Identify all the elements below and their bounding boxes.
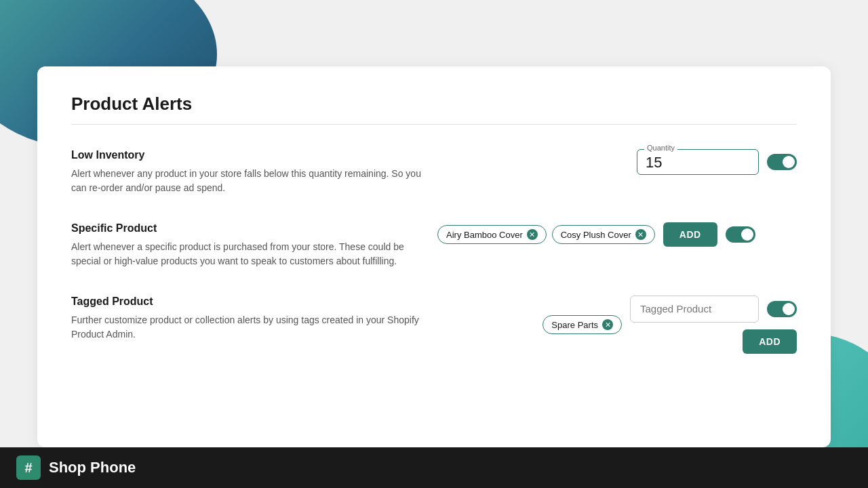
tag-chip-spare-parts: Spare Parts ✕ [542,315,622,334]
specific-product-section: Specific Product Alert whenever a specif… [71,222,797,268]
specific-product-tags: Airy Bamboo Cover ✕ Cosy Plush Cover ✕ [437,225,655,244]
remove-bamboo-tag-button[interactable]: ✕ [527,229,538,240]
tag-chip-plush: Cosy Plush Cover ✕ [552,225,655,244]
specific-product-add-button[interactable]: ADD [663,222,717,247]
toggle-track-3 [767,301,797,317]
tag-chip-bamboo: Airy Bamboo Cover ✕ [437,225,547,244]
toggle-thumb-3 [783,303,795,315]
tag-label-plush: Cosy Plush Cover [561,230,631,240]
title-divider [71,124,797,125]
specific-product-desc: Alert whenever a specific product is pur… [71,240,424,268]
quantity-input[interactable] [646,154,750,171]
low-inventory-title: Low Inventory [71,149,424,161]
brand-name: Shop Phone [49,459,136,476]
tagged-product-desc: Further customize product or collection … [71,313,424,342]
specific-product-info: Specific Product Alert whenever a specif… [71,222,424,268]
remove-spare-parts-tag-button[interactable]: ✕ [602,319,613,330]
toggle-thumb-2 [741,228,753,241]
toggle-track [767,154,797,170]
tag-label-spare-parts: Spare Parts [551,320,598,330]
tagged-product-right-controls: ADD [630,296,797,354]
tagged-product-tags: Spare Parts ✕ [542,315,622,334]
tag-label-bamboo: Airy Bamboo Cover [446,230,523,240]
toggle-thumb [783,156,795,168]
brand-icon: # [16,455,41,480]
specific-product-title: Specific Product [71,222,424,235]
low-inventory-controls: Quantity [437,149,797,175]
toggle-track-2 [726,226,755,243]
quantity-label: Quantity [644,144,677,152]
tagged-product-controls: Spare Parts ✕ ADD [437,296,797,354]
tagged-product-section: Tagged Product Further customize product… [71,296,797,354]
specific-product-toggle[interactable] [726,226,755,243]
low-inventory-toggle[interactable] [767,154,797,170]
specific-product-controls: Airy Bamboo Cover ✕ Cosy Plush Cover ✕ A… [437,222,755,247]
tagged-product-top-row [630,296,797,323]
tagged-product-add-button[interactable]: ADD [743,329,797,354]
remove-plush-tag-button[interactable]: ✕ [635,229,646,240]
page-title: Product Alerts [71,94,797,115]
low-inventory-info: Low Inventory Alert whenever any product… [71,149,424,195]
tagged-product-toggle[interactable] [767,301,797,317]
low-inventory-desc: Alert whenever any product in your store… [71,167,424,195]
tagged-product-info: Tagged Product Further customize product… [71,296,424,342]
tagged-product-input-wrapper [630,296,759,323]
low-inventory-section: Low Inventory Alert whenever any product… [71,149,797,195]
tagged-product-input[interactable] [640,303,749,314]
main-card: Product Alerts Low Inventory Alert whene… [37,66,831,447]
bottom-bar: # Shop Phone [0,447,868,488]
tagged-product-title: Tagged Product [71,296,424,308]
quantity-field: Quantity [637,149,759,175]
